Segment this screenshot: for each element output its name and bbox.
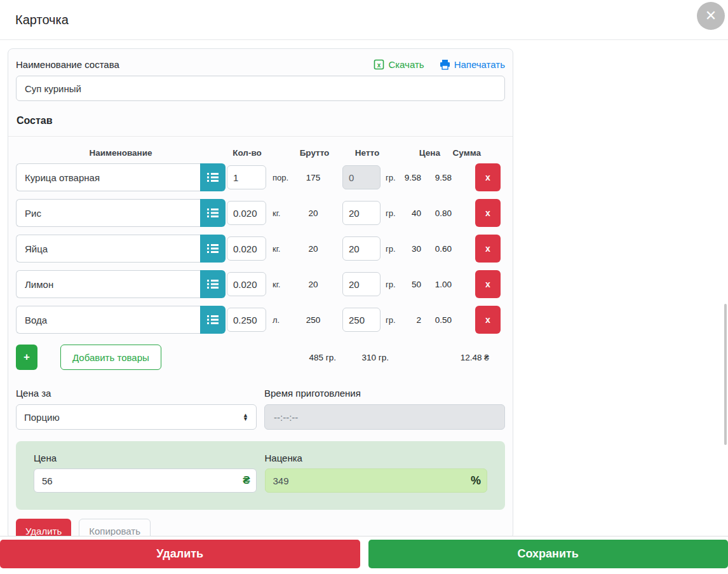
ingredient-row: л. 250 гр. 2 0.50 x [16,306,505,334]
printer-icon [440,59,450,70]
sum-value: 0.60 [421,244,452,254]
delete-row-button[interactable]: x [475,199,501,227]
unit-label: кг. [266,244,293,254]
table-header: Наименование Кол-во Брутто Нетто Цена Су… [16,148,505,158]
col-header-qty: Кол-во [227,148,267,158]
qty-input[interactable] [227,308,266,332]
gram-label: гр. [386,315,402,325]
svg-text:x: x [377,62,381,69]
delete-row-button[interactable]: x [475,270,501,298]
price-value: 30 [402,244,421,254]
recipe-name-input[interactable] [16,76,505,101]
scrollbar[interactable] [724,304,727,445]
price-per-label: Цена за [16,388,257,399]
delete-row-button[interactable]: x [475,163,501,191]
netto-input[interactable] [342,272,381,296]
excel-icon: x [374,59,384,70]
unit-label: кг. [266,280,293,289]
currency-suffix: ₴ [243,474,250,487]
totals-row: + Добавить товары 485 гр. 310 гр. 12.48 … [16,345,505,370]
ingredient-list-button[interactable] [200,306,226,334]
netto-input[interactable] [342,308,381,332]
gram-label: гр. [386,173,402,182]
ingredient-name-input[interactable] [16,163,200,191]
ingredient-list-button[interactable] [200,270,226,298]
netto-input[interactable] [342,201,381,225]
ingredient-list-button[interactable] [200,163,226,191]
price-label: Цена [34,453,257,463]
sum-value: 9.58 [421,173,452,182]
netto-input[interactable] [342,236,381,261]
ingredient-row: кг. 20 гр. 40 0.80 x [16,199,505,227]
price-per-selected: Порцию [24,412,60,423]
ingredient-list-button[interactable] [200,235,226,263]
unit-label: пор. [266,173,293,182]
price-value: 40 [402,208,421,218]
download-button[interactable]: x Скачать [374,59,424,70]
price-value: 9.58 [402,173,421,182]
qty-input[interactable] [227,201,266,225]
footer-delete-button[interactable]: Удалить [0,540,360,568]
ingredient-name-input[interactable] [16,199,200,227]
cook-time-label: Время приготовления [264,388,505,399]
sum-value: 0.50 [421,315,452,325]
cook-time-input [264,404,505,430]
col-header-name: Наименование [16,148,226,158]
name-label: Наименование состава [16,59,119,70]
qty-input[interactable] [227,236,266,261]
gram-label: гр. [386,280,402,289]
col-header-sum: Сумма [440,148,481,158]
brutto-value: 175 [293,173,334,182]
netto-input [342,165,381,189]
sum-value: 0.80 [421,208,452,218]
list-icon [207,315,219,325]
composition-heading: Состав [17,115,505,126]
gram-label: гр. [386,244,402,254]
price-input[interactable] [34,468,257,493]
add-products-button[interactable]: Добавить товары [60,345,161,370]
footer-save-button[interactable]: Сохранить [368,540,728,568]
brutto-value: 250 [293,315,334,325]
price-per-select[interactable]: Порцию ▲▼ [16,404,257,430]
list-icon [207,208,219,218]
pricing-panel: Цена ₴ Наценка % [16,441,505,510]
col-header-netto: Нетто [344,148,391,158]
total-brutto: 485 гр. [302,353,343,362]
add-row-button[interactable]: + [16,345,37,370]
select-arrows-icon: ▲▼ [243,413,248,421]
ingredient-list-button[interactable] [200,199,226,227]
markup-label: Наценка [265,453,488,463]
brutto-value: 20 [293,244,334,254]
close-icon: ✕ [705,8,717,24]
close-button[interactable]: ✕ [697,2,725,30]
list-icon [207,172,219,182]
percent-suffix: % [471,474,481,488]
col-header-brutto: Брутто [294,148,335,158]
brutto-value: 20 [293,208,334,218]
ingredient-row: пор. 175 гр. 9.58 9.58 x [16,163,505,191]
sum-value: 1.00 [421,280,452,289]
qty-input[interactable] [227,165,266,189]
qty-input[interactable] [227,272,266,296]
print-label: Напечатать [454,59,505,70]
brutto-value: 20 [293,280,334,289]
col-header-price: Цена [391,148,440,158]
download-label: Скачать [388,59,424,70]
ingredient-name-input[interactable] [16,270,200,298]
print-button[interactable]: Напечатать [440,59,505,70]
list-icon [207,279,219,289]
price-value: 50 [402,280,421,289]
ingredient-row: кг. 20 гр. 50 1.00 x [16,270,505,298]
price-value: 2 [402,315,421,325]
ingredient-name-input[interactable] [16,235,200,263]
page-title: Карточка [15,13,69,27]
unit-label: кг. [266,208,293,218]
modal-header: Карточка ✕ [0,0,728,40]
delete-row-button[interactable]: x [475,235,501,263]
recipe-card: Наименование состава x Скачать Напечатат… [8,48,513,539]
markup-input[interactable] [265,468,488,493]
list-icon [207,243,219,254]
ingredient-name-input[interactable] [16,306,200,334]
delete-row-button[interactable]: x [475,306,501,334]
modal-footer: Удалить Сохранить [0,536,728,574]
